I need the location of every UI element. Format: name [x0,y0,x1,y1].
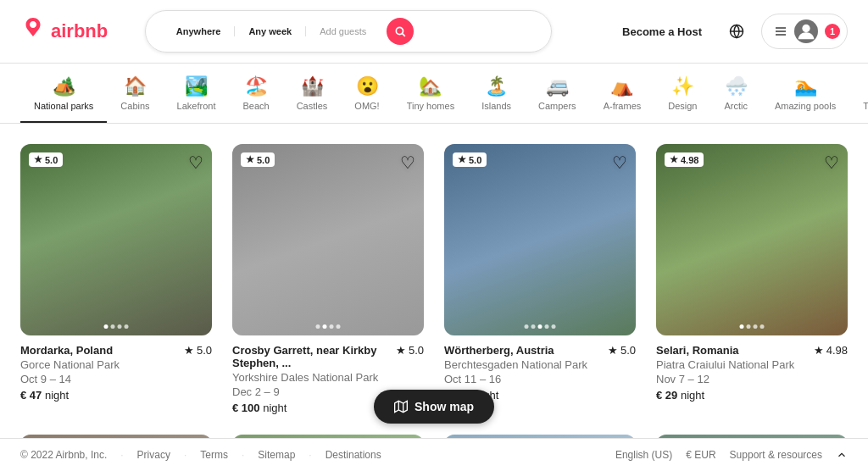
card-info-1: Mordarka, Poland ★ 5.0 Gorce National Pa… [20,335,212,402]
dot-2-3 [330,324,334,329]
footer-destinations-link[interactable]: Destinations [326,449,381,461]
dot-1-3 [118,324,122,329]
dot-2-1 [316,324,320,329]
category-omg-label: OMG! [354,101,379,111]
user-avatar-icon [794,19,818,43]
arctic-icon: 🌨️ [725,77,748,96]
wishlist-button-1[interactable]: ♡ [188,152,203,173]
footer-currency-link[interactable]: € EUR [686,449,715,461]
category-design[interactable]: ✨ Design [654,77,710,123]
footer-sitemap-link[interactable]: Sitemap [258,449,295,461]
star-rating-4: ★ 4.98 [814,344,848,357]
card-price-4: € 29 night [656,389,848,402]
wishlist-button-2[interactable]: ♡ [400,152,415,173]
omg-icon: 😮 [356,77,379,96]
separator-3: · [242,449,244,461]
footer-privacy-link[interactable]: Privacy [137,449,170,461]
category-islands-label: Islands [481,101,511,111]
search-button[interactable] [387,18,414,45]
svg-point-8 [802,25,810,32]
footer-support-link[interactable]: Support & resources [730,449,822,461]
dot-2-4 [337,324,341,329]
card-price-1: € 47 night [20,389,212,402]
category-amazing-pools[interactable]: 🏊 Amazing pools [761,77,849,123]
category-a-frames-label: A-frames [604,101,642,111]
separator-2: · [184,449,186,461]
logo[interactable]: airbnb [20,18,108,45]
search-bar[interactable]: Anywhere Any week Add guests [145,10,552,53]
card-title-1: Mordarka, Poland [20,344,113,357]
wishlist-button-3[interactable]: ♡ [612,152,627,173]
card-subtitle-1: Gorce National Park [20,358,212,371]
listing-card-2[interactable]: ★5.0 ♡ Crosby Garrett, near Kirkby Steph… [232,144,424,414]
hamburger-icon [774,25,787,38]
rating-badge-3: ★5.0 [453,152,487,167]
campers-icon: 🚐 [546,77,569,96]
footer-terms-link[interactable]: Terms [200,449,228,461]
category-castles-label: Castles [297,101,328,111]
wishlist-button-4[interactable]: ♡ [824,152,839,173]
category-amazing-pools-label: Amazing pools [775,101,836,111]
card-image-2: ★5.0 ♡ [232,144,424,335]
category-cabins[interactable]: 🏠 Cabins [107,77,163,123]
language-button[interactable] [722,17,751,46]
show-map-container: Show map [360,376,508,437]
dot-4-4 [760,324,765,329]
airbnb-logo-icon [20,18,46,45]
category-treehouses-label: Treehouses [863,101,868,111]
logo-text: airbnb [51,20,108,42]
category-a-frames[interactable]: ⛺ A-frames [590,77,655,123]
star-rating-1: ★ 5.0 [184,344,212,357]
category-arctic[interactable]: 🌨️ Arctic [711,77,762,123]
listing-card-1[interactable]: ★5.0 ♡ Mordarka, Poland ★ 5.0 Gorce Nati… [20,144,212,414]
card-title-4: Selari, Romania [656,344,739,357]
guests-section[interactable]: Add guests [306,26,380,36]
category-lakefront[interactable]: 🏞️ Lakefront [164,77,230,123]
design-icon: ✨ [671,77,694,96]
footer-right: English (US) € EUR Support & resources [615,449,848,461]
cabins-icon: 🏠 [124,77,147,96]
listing-card-4[interactable]: ★4.98 ♡ Selari, Romania ★ 4.98 Piatra Cr… [656,144,848,414]
svg-line-1 [403,34,405,36]
dot-3-1 [525,324,529,329]
become-host-link[interactable]: Become a Host [612,19,712,45]
card-dates-1: Oct 9 – 14 [20,373,212,385]
card-info-4: Selari, Romania ★ 4.98 Piatra Craiului N… [656,335,848,402]
islands-icon: 🏝️ [485,77,508,96]
category-tiny-homes-label: Tiny homes [407,101,454,111]
card-image-1: ★5.0 ♡ [20,144,212,335]
amazing-pools-icon: 🏊 [794,77,817,96]
category-treehouses[interactable]: 🌲 Treehouses [849,77,868,123]
footer-language-link[interactable]: English (US) [615,449,672,461]
week-label: Any week [248,26,292,36]
card-subtitle-4: Piatra Craiului National Park [656,358,848,371]
castles-icon: 🏰 [301,77,324,96]
footer: © 2022 Airbnb, Inc. · Privacy · Terms · … [0,438,868,471]
location-label: Anywhere [176,26,221,36]
category-omg[interactable]: 😮 OMG! [341,77,392,123]
category-campers[interactable]: 🚐 Campers [525,77,590,123]
category-lakefront-label: Lakefront [177,101,216,111]
category-islands[interactable]: 🏝️ Islands [468,77,525,123]
category-tiny-homes[interactable]: 🏡 Tiny homes [393,77,468,123]
category-beach[interactable]: 🏖️ Beach [229,77,282,123]
category-national-parks[interactable]: 🏕️ National parks [20,77,107,123]
location-section[interactable]: Anywhere [163,26,236,36]
listing-card-3[interactable]: ★5.0 ♡ Wörtherberg, Austria ★ 5.0 Bercht… [444,144,636,414]
rating-badge-4: ★4.98 [665,152,704,167]
category-arctic-label: Arctic [725,101,748,111]
show-map-label: Show map [415,400,474,413]
search-icon [394,25,406,37]
category-castles[interactable]: 🏰 Castles [283,77,342,123]
dot-3-3 [538,324,542,329]
dot-indicators-3 [525,324,556,329]
separator-1: · [120,449,123,461]
dot-1-1 [104,324,108,329]
week-section[interactable]: Any week [235,26,306,36]
user-menu[interactable]: 1 [761,14,848,49]
card-image-3: ★5.0 ♡ [444,144,636,335]
header: airbnb Anywhere Any week Add guests Beco… [0,0,868,64]
dot-3-5 [552,324,556,329]
star-rating-2: ★ 5.0 [396,344,424,357]
show-map-button[interactable]: Show map [374,390,494,424]
